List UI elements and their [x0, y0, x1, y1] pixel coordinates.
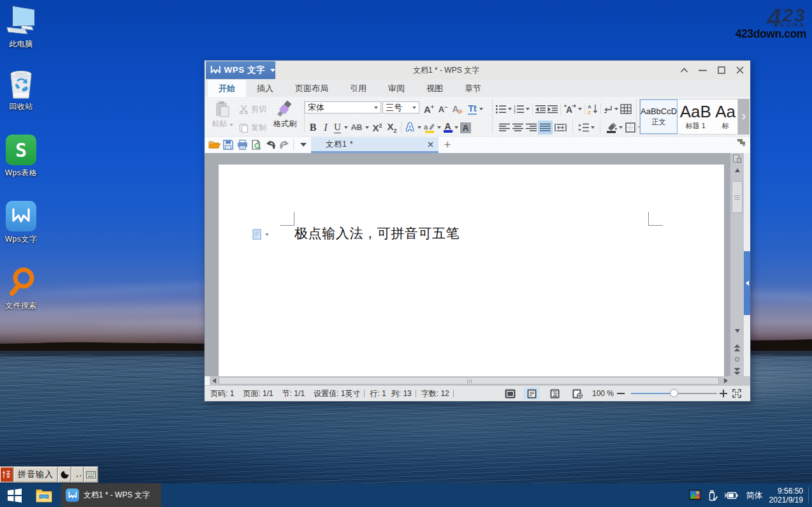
tab-insert[interactable]: 插入 [246, 80, 284, 97]
outline-view-button[interactable] [546, 387, 563, 400]
text-tools-button[interactable] [620, 102, 632, 116]
desktop-icon-wps-writer[interactable]: Wps文字 [0, 200, 42, 245]
document-tab-close-icon[interactable] [428, 142, 433, 147]
ime-mode-button[interactable]: 拼音输入 [14, 467, 58, 482]
open-button[interactable] [207, 137, 221, 152]
text-effects-button[interactable]: A [403, 121, 416, 135]
align-center-button[interactable] [511, 121, 524, 135]
tab-review[interactable]: 审阅 [377, 80, 416, 97]
cut-button[interactable]: 剪切 [239, 102, 266, 116]
print-preview-button[interactable] [249, 137, 263, 152]
zoom-in-button[interactable] [719, 389, 728, 398]
style-normal[interactable]: AaBbCcD 正文 [640, 99, 678, 134]
page-view-button[interactable] [523, 387, 540, 400]
previous-page-button[interactable] [730, 344, 744, 351]
scroll-left-button[interactable] [210, 376, 218, 385]
ime-softkeyboard-button[interactable] [84, 467, 98, 482]
italic-button[interactable]: I [320, 121, 331, 135]
line-spacing-caret[interactable] [590, 121, 595, 135]
tab-references[interactable]: 引用 [339, 80, 377, 97]
align-left-button[interactable] [498, 121, 511, 135]
font-name-select[interactable]: 宋体 [305, 101, 381, 114]
format-painter-button[interactable]: 格式刷 [270, 99, 300, 134]
desktop-icon-recycle-bin[interactable]: 回收站 [0, 69, 42, 112]
style-heading1[interactable]: AaB 标题 1 [678, 99, 713, 134]
quick-access-caret-button[interactable] [296, 137, 310, 152]
distribute-button[interactable] [553, 121, 568, 135]
font-color-caret[interactable] [454, 121, 459, 135]
bullets-button[interactable] [495, 102, 507, 116]
tab-view[interactable]: 视图 [416, 80, 454, 97]
subscript-button[interactable]: X2 [385, 121, 399, 135]
borders-button[interactable] [624, 121, 637, 135]
text-effects-caret[interactable] [417, 121, 422, 135]
document-text[interactable]: 极点输入法，可拼音可五笔 [294, 224, 460, 242]
next-page-button[interactable] [730, 368, 744, 375]
ruler-toggle-button[interactable] [730, 154, 744, 163]
tab-page-layout[interactable]: 页面布局 [284, 80, 339, 97]
numbering-button[interactable]: 123 [513, 102, 525, 116]
char-shading-button[interactable]: A [460, 121, 472, 135]
tab-section[interactable]: 章节 [454, 80, 492, 97]
vertical-scrollbar[interactable] [730, 153, 744, 376]
numbering-caret[interactable] [525, 102, 530, 116]
paragraph-layout-button[interactable] [252, 229, 269, 240]
show-desktop-divider[interactable] [808, 487, 809, 503]
underline-button[interactable]: U [332, 121, 343, 135]
new-document-tab-button[interactable]: + [440, 137, 455, 152]
tray-usb-button[interactable] [707, 490, 718, 501]
shading-caret[interactable] [618, 121, 623, 135]
wps-app-menu-button[interactable]: WPS 文字 [206, 61, 275, 79]
desktop-icon-wps-sheets[interactable]: S Wps表格 [0, 134, 42, 179]
desktop-icon-file-search[interactable]: 文件搜索 [0, 267, 42, 311]
vertical-scroll-thumb[interactable] [732, 181, 743, 213]
document-page[interactable]: 极点输入法，可拼音可五笔 [219, 165, 724, 376]
scroll-right-button[interactable] [721, 376, 730, 385]
underline-caret[interactable] [344, 121, 349, 135]
shading-button[interactable] [605, 121, 618, 135]
char-scale-button[interactable]: A [563, 102, 577, 116]
copy-button[interactable]: 复制 [239, 121, 266, 135]
bold-button[interactable]: B [307, 121, 319, 135]
tray-display-button[interactable] [689, 490, 701, 501]
redo-button[interactable] [277, 137, 291, 152]
desktop-icon-this-pc[interactable]: 此电脑 [0, 5, 42, 50]
scroll-up-button[interactable] [730, 168, 744, 172]
collapse-ribbon-button[interactable] [675, 61, 693, 79]
superscript-button[interactable]: X2 [370, 121, 384, 135]
scroll-down-button[interactable] [730, 329, 744, 333]
document-tab[interactable]: 文档1 * [311, 137, 439, 153]
fit-page-button[interactable] [732, 389, 741, 398]
highlight-button[interactable]: a [423, 121, 436, 135]
strikethrough-button[interactable]: AB [349, 121, 364, 135]
decrease-indent-button[interactable] [535, 102, 546, 116]
horizontal-scroll-thumb[interactable] [219, 377, 719, 385]
show-marks-button[interactable] [603, 102, 613, 116]
tray-language-button[interactable]: 简体 [746, 490, 763, 501]
decrease-font-button[interactable]: A− [437, 102, 449, 116]
web-view-button[interactable] [569, 387, 586, 400]
char-scale-caret[interactable] [577, 102, 583, 116]
taskbar-clock[interactable]: 9:56:50 2021/9/19 [769, 487, 803, 504]
ime-logo-button[interactable] [0, 467, 14, 482]
minimize-button[interactable] [693, 61, 712, 79]
print-button[interactable] [235, 137, 249, 152]
justify-button[interactable] [538, 121, 553, 135]
save-button[interactable] [221, 137, 235, 152]
select-browse-object-button[interactable] [730, 357, 744, 362]
align-right-button[interactable] [525, 121, 537, 135]
taskbar-explorer-button[interactable] [29, 483, 59, 507]
strikethrough-caret[interactable] [365, 121, 370, 135]
task-pane-handle[interactable] [744, 251, 750, 315]
horizontal-scrollbar[interactable] [210, 376, 730, 385]
taskbar-task-wps[interactable]: 文档1 * - WPS 文字 [61, 483, 161, 507]
zoom-out-button[interactable] [617, 393, 625, 394]
clear-format-button[interactable]: A [451, 102, 465, 116]
ime-shape-button[interactable] [58, 467, 71, 482]
undo-button[interactable] [263, 137, 277, 152]
show-marks-caret[interactable] [614, 102, 619, 116]
text-effect-tt-button[interactable]: Tt [466, 102, 485, 116]
styles-gallery-more-button[interactable] [738, 99, 750, 135]
highlight-caret[interactable] [437, 121, 442, 135]
tab-home[interactable]: 开始 [208, 80, 246, 97]
